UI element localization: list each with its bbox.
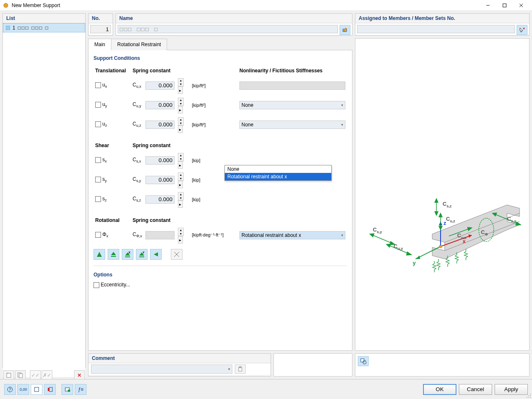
svg-rect-69 [530,395,531,396]
svg-marker-37 [387,244,391,247]
Cuz-input[interactable] [145,121,175,129]
nonlin-label: Nonlinearity / Fictitious Stiffnesses [238,65,347,76]
uz-checkbox[interactable] [95,121,101,127]
dd-option-none[interactable]: None [225,165,331,173]
phix-nonlin-select[interactable]: Rotational restraint about x▾ [239,231,345,239]
Cuy-pick[interactable]: ▸ [178,106,183,113]
window-title: New Member Support [12,2,480,8]
ux-checkbox[interactable] [95,82,101,88]
dd-option-rot[interactable]: Rotational restraint about x [225,173,331,180]
support-btn-2[interactable] [108,249,119,260]
rotational-label: Rotational [94,215,131,225]
eccentricity-label: Eccentricity... [101,282,130,288]
resize-grip-icon[interactable] [526,393,532,399]
edit-name-button[interactable] [340,25,350,35]
ok-button[interactable]: OK [423,384,456,395]
Cuz-spinner[interactable]: ▲▼ [178,117,184,126]
units-button[interactable]: 0,00 [17,384,29,395]
sx-checkbox[interactable] [95,157,101,163]
no-panel: No. [88,13,113,36]
support-btn-5[interactable] [150,249,162,260]
list-item-icon [6,26,10,30]
Cuy-spinner[interactable]: ▲▼ [178,98,184,106]
main-tab-page: Support Conditions Translational Spring … [88,50,352,351]
phix-nonlin-dropdown[interactable]: None Rotational restraint about x [224,165,332,181]
list-panel: List 1 □□□ □□□ □ [2,13,86,368]
name-head: Name [116,14,352,23]
svg-text:X: X [128,251,131,254]
list-item[interactable]: 1 □□□ □□□ □ [3,23,85,32]
fx-button[interactable]: ƒ≡ [75,384,86,395]
svg-rect-8 [19,374,22,378]
comment-combo[interactable]: ▾ [91,365,232,374]
svg-rect-72 [530,397,531,398]
Cphix-input [145,231,175,239]
svg-rect-70 [527,397,527,398]
svg-marker-44 [435,212,438,215]
close-button[interactable] [513,0,530,10]
tab-rotational[interactable]: Rotational Restraint [111,39,167,50]
Cuz-pick[interactable]: ▸ [178,126,183,133]
Cux-pick[interactable]: ▸ [178,86,183,94]
footer: ? 0,00 ƒ≡ OK Cancel Apply [0,379,532,399]
Csx-input[interactable] [145,156,175,165]
view-button-2[interactable] [44,384,56,395]
svg-point-32 [439,245,442,248]
support-btn-1[interactable] [94,249,105,260]
cancel-button[interactable]: Cancel [459,384,492,395]
shear-label: Shear [94,140,131,150]
translational-label: Translational [94,65,131,76]
list-item-no: 1 [12,25,15,31]
svg-marker-43 [435,199,438,202]
assigned-head: Assigned to Members / Member Sets No. [355,14,529,23]
view-button-1[interactable] [31,384,42,395]
minimize-button[interactable] [480,0,496,10]
diagram-settings-button[interactable] [358,356,369,366]
name-input[interactable] [118,25,338,33]
eccentricity-checkbox[interactable] [94,282,99,288]
Cuy-input[interactable] [145,101,175,109]
Csz-input[interactable] [145,195,175,204]
Cux-spinner[interactable]: ▲▼ [178,78,184,86]
tabs: Main Rotational Restraint [88,38,352,50]
apply-button[interactable]: Apply [495,384,528,395]
svg-marker-27 [416,256,420,259]
sz-checkbox[interactable] [95,196,101,202]
uy-nonlin-select[interactable]: None▾ [239,101,345,109]
info-button[interactable] [62,384,73,395]
svg-marker-41 [516,222,521,225]
svg-marker-34 [370,234,374,237]
svg-rect-67 [530,394,531,394]
comment-paste-button[interactable] [235,365,246,374]
support-type-buttons: X Y [94,249,347,260]
sy-checkbox[interactable] [95,177,101,182]
svg-text:Cu,z: Cu,z [446,216,455,223]
support-head: Support Conditions [94,55,347,61]
svg-point-66 [68,389,70,392]
svg-text:Cu,y: Cu,y [394,243,403,251]
comment-panel: Comment ▾ [88,353,271,377]
svg-rect-64 [49,387,52,392]
name-panel: Name [116,13,352,36]
assigned-input[interactable] [357,25,515,33]
help-button[interactable]: ? [4,384,16,395]
uz-nonlin-select[interactable]: None▾ [239,121,345,129]
support-btn-4[interactable]: Y [136,249,148,260]
Csy-input[interactable] [145,176,175,184]
tab-main[interactable]: Main [88,39,111,50]
list-head: List [3,14,85,23]
svg-text:Cs,y: Cs,y [373,227,382,234]
no-input[interactable] [90,25,111,33]
comment-extra-panel [273,353,352,377]
titlebar: New Member Support [0,0,532,11]
ux-nonlin-select [239,81,345,90]
svg-text:?: ? [9,387,11,392]
phix-checkbox[interactable] [95,232,101,238]
uy-checkbox[interactable] [95,102,101,108]
maximize-button[interactable] [496,0,513,10]
svg-rect-2 [503,4,506,7]
support-btn-free[interactable] [171,249,182,260]
support-btn-3[interactable]: X [122,249,133,260]
pick-members-button[interactable] [517,25,527,35]
Cux-input[interactable] [145,81,175,90]
